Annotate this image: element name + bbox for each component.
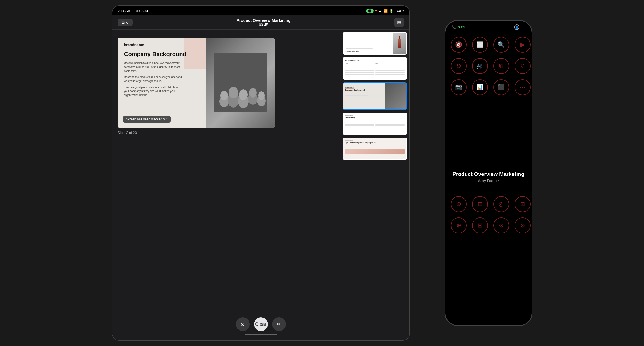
toc-title-line4 (375, 72, 405, 73)
thumb4-line2 (345, 121, 405, 121)
presentation-timer: 00:45 (237, 23, 291, 27)
icon-btn-17[interactable]: ⊕ (451, 217, 467, 233)
share-button[interactable]: ▶ (515, 37, 531, 53)
cart-button[interactable]: 🛒 (472, 58, 488, 74)
thumbnail-1[interactable]: Product Overview (343, 32, 407, 55)
battery-level: 100% (395, 9, 404, 13)
person-symbol: 👤 (515, 26, 518, 29)
chart-icon: 📊 (476, 84, 483, 91)
clear-label: Clear (255, 322, 266, 327)
thumb2-col1: Page (345, 62, 374, 75)
thumbnail-2[interactable]: Table of Contents Page (343, 57, 407, 80)
icon-16: ⊡ (520, 201, 525, 208)
display-off-button[interactable]: ⬛ (493, 79, 509, 95)
notes-icon-button[interactable]: ▤ (394, 18, 404, 27)
iphone-call-subtitle: Amy Dunne (451, 178, 526, 183)
thumb3-line2 (345, 93, 383, 93)
signal-icon: 📶 (383, 9, 388, 13)
refresh-button[interactable]: ↺ (515, 58, 531, 74)
call-info: 📞 0:24 (452, 25, 465, 29)
svg-point-4 (229, 87, 238, 98)
call-timer: 0:24 (458, 25, 465, 29)
thumbnail-5[interactable]: brandname Eye Contact Improves Engagemen… (343, 138, 407, 160)
presentation-button[interactable]: ⬜ (472, 37, 488, 53)
person-icon[interactable]: 👤 (514, 24, 519, 30)
copy-icon: ⧉ (499, 63, 503, 69)
toc-title-line3 (375, 70, 405, 71)
recycle-button[interactable]: ♻ (451, 58, 467, 74)
icon-btn-13[interactable]: ⊙ (451, 196, 467, 212)
share-icon: ▶ (520, 41, 525, 48)
thumb5-image (345, 149, 405, 154)
icon-btn-16[interactable]: ⊡ (515, 196, 531, 212)
iphone-icons-grid-2: ⊙ ⊞ ◎ ⊡ ⊕ ⊟ (445, 191, 532, 325)
chart-button[interactable]: 📊 (472, 79, 488, 95)
orange-dot (375, 10, 377, 11)
toc-title-line2 (375, 68, 405, 68)
iphone-device: 📞 0:24 👤 〰 🔇 ⬜ (445, 20, 532, 326)
svg-point-8 (249, 88, 257, 98)
search-button[interactable]: 🔍 (493, 37, 509, 53)
blackout-button[interactable]: ⊘ (236, 317, 250, 331)
current-slide[interactable]: brandname. Company Background Use this s… (118, 38, 275, 128)
icon-btn-15[interactable]: ◎ (493, 196, 509, 212)
thumb3-line1 (345, 92, 383, 92)
ceramic-svg (214, 53, 267, 112)
thumb2-rows: Page Title (345, 62, 405, 75)
icon-17: ⊕ (456, 222, 461, 229)
notes-icon: ▤ (397, 20, 401, 25)
icon-btn-14[interactable]: ⊞ (472, 196, 488, 212)
presentation-icon: ⬜ (476, 41, 483, 48)
thumbnail-3[interactable]: brandname. Company Background (343, 82, 407, 110)
icon-btn-20[interactable]: ⊘ (515, 217, 531, 233)
cart-icon: 🛒 (476, 63, 483, 69)
clear-button[interactable]: Clear (254, 317, 268, 331)
mute-button[interactable]: 🔇 (451, 37, 467, 53)
icon-18: ⊟ (478, 222, 482, 229)
camera-button[interactable]: 📷 (451, 79, 467, 95)
icon-btn-18[interactable]: ⊟ (472, 217, 488, 233)
ipad-time: 9:41 AM (118, 9, 131, 13)
iphone-status-bar: 📞 0:24 👤 〰 (445, 21, 532, 31)
header-center: Product Overview Marketing 00:45 (237, 18, 291, 27)
bottle-shape (398, 39, 401, 48)
pen-button[interactable]: ✏ (272, 317, 286, 331)
iphone-screen: 📞 0:24 👤 〰 🔇 ⬜ (445, 21, 532, 325)
display-off-icon: ⬛ (498, 84, 505, 91)
slide-body: Use this section to give a brief overvie… (124, 61, 183, 99)
thumb3-line4 (345, 95, 368, 96)
thumb5-line2 (345, 146, 405, 146)
ipad-device: 9:41 AM Tue 9 Jun ⬤ ▲ 📶 🔋 100% (112, 5, 410, 341)
thumbnail-4[interactable]: brandname Storytelling (343, 113, 407, 135)
ipad-status-bar: 9:41 AM Tue 9 Jun ⬤ ▲ 📶 🔋 100% (112, 6, 409, 15)
toc-col-title: Title (375, 62, 405, 64)
copy-button[interactable]: ⧉ (493, 58, 509, 74)
ipad-main: brandname. Company Background Use this s… (112, 30, 409, 314)
home-indicator (245, 334, 277, 335)
icon-btn-19[interactable]: ⊗ (493, 217, 509, 233)
search-icon: 🔍 (498, 41, 505, 48)
slide-para3: This is a good place to include a little… (124, 85, 183, 97)
thumb5-line3 (345, 147, 381, 147)
thumb1-title: Product Overview (346, 50, 391, 52)
bottom-controls-row: ⊘ Clear ✏ (236, 317, 286, 331)
thumb1-image (393, 33, 406, 54)
slide-info: Slide 2 of 23 (118, 131, 335, 135)
icon-19: ⊗ (499, 222, 504, 229)
thumbnails-panel[interactable]: Product Overview (340, 30, 409, 314)
thumb4-col2 (375, 123, 405, 126)
more-button[interactable]: ⋯ (515, 79, 531, 95)
blackout-label: Screen has been blacked out (123, 116, 171, 123)
recycle-icon: ♻ (456, 63, 461, 69)
svg-point-2 (220, 91, 228, 100)
presentation-title: Product Overview Marketing (237, 18, 291, 23)
end-button[interactable]: End (118, 19, 133, 26)
thumb3-image (385, 83, 406, 109)
phone-icon: 📞 (452, 25, 456, 29)
ipad-bottom-controls: ⊘ Clear ✏ (112, 314, 409, 340)
mute-icon: 🔇 (455, 41, 462, 48)
toc-line4 (345, 72, 374, 73)
thumb2-col2: Title (375, 62, 405, 75)
slide-para1: Use this section to give a brief overvie… (124, 61, 183, 73)
pen-icon: ✏ (277, 321, 281, 327)
